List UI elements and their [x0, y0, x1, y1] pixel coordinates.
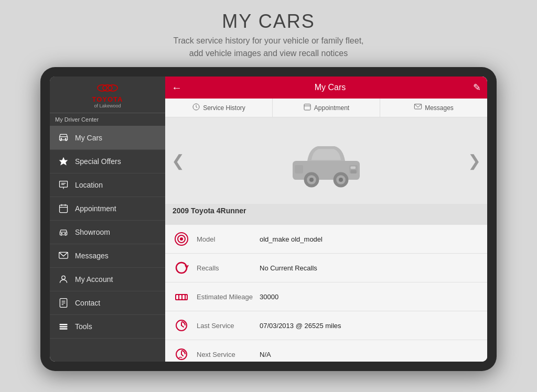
sidebar-icon-special-offers: [57, 155, 70, 168]
svg-rect-19: [60, 326, 68, 328]
sidebar-label-my-account: My Account: [75, 275, 113, 284]
sidebar-logo: TOYOTA of Lakewood: [50, 77, 165, 113]
sidebar-label-showroom: Showroom: [75, 228, 110, 236]
sidebar-item-contact[interactable]: Contact: [50, 291, 165, 315]
tab-icon-messages: [414, 103, 422, 113]
page-header: MY CARS Track service history for your v…: [0, 0, 537, 67]
svg-line-46: [181, 325, 184, 327]
sidebar-item-special-offers[interactable]: Special Offers: [50, 150, 165, 173]
sidebar-item-tools[interactable]: Tools: [50, 315, 165, 339]
sidebar-item-my-account[interactable]: My Account: [50, 268, 165, 291]
detail-row-last-service: Last Service 07/03/2013 @ 26525 miles: [165, 311, 487, 340]
back-button[interactable]: ←: [171, 82, 182, 94]
car-area: ❮: [165, 117, 487, 225]
tab-icon-service-history: [192, 103, 200, 113]
sidebar-label-messages: Messages: [75, 252, 109, 260]
detail-icon-mileage: [173, 288, 190, 306]
tab-bar: Service History Appointment Messages: [165, 99, 487, 117]
sidebar-item-appointment[interactable]: Appointment: [50, 197, 165, 221]
car-name: 2009 Toyota 4Runner: [165, 204, 487, 217]
topbar-title: My Cars: [187, 83, 473, 92]
sidebar-icon-location: [57, 179, 70, 191]
page-subtitle: Track service history for your vehicle o…: [0, 35, 537, 60]
detail-row-mileage: Estimated Mileage 30000: [165, 282, 487, 311]
svg-marker-3: [59, 157, 68, 166]
detail-label-last-service: Last Service: [197, 322, 260, 330]
svg-rect-42: [182, 295, 185, 299]
logo-sub: of Lakewood: [94, 103, 121, 108]
tablet-frame: TOYOTA of Lakewood My Driver Center My C…: [40, 67, 497, 371]
detail-icon-next-service: [173, 345, 190, 362]
tablet-screen: TOYOTA of Lakewood My Driver Center My C…: [50, 77, 487, 362]
sidebar-item-my-cars[interactable]: My Cars: [50, 126, 165, 150]
sidebar-icon-appointment: [57, 202, 70, 215]
tab-icon-appointment: [303, 103, 312, 113]
detail-row-next-service: Next Service N/A: [165, 340, 487, 362]
detail-row-recalls: Recalls No Current Recalls: [165, 254, 487, 282]
svg-point-1: [103, 85, 112, 91]
svg-rect-43: [186, 295, 187, 299]
sidebar-label-my-cars: My Cars: [75, 134, 102, 142]
sidebar-label-location: Location: [75, 181, 103, 189]
car-display: ❮: [165, 117, 487, 204]
svg-point-33: [339, 178, 343, 182]
svg-rect-40: [176, 295, 178, 299]
sidebar-label-contact: Contact: [75, 299, 100, 307]
tab-messages[interactable]: Messages: [380, 99, 487, 117]
svg-rect-20: [60, 328, 68, 330]
svg-rect-27: [295, 165, 303, 173]
toyota-logo: TOYOTA of Lakewood: [92, 83, 123, 108]
edit-button[interactable]: ✎: [473, 82, 481, 93]
sidebar-icon-tools: [57, 320, 70, 333]
sidebar-item-showroom[interactable]: Showroom: [50, 221, 165, 244]
detail-label-mileage: Estimated Mileage: [197, 293, 260, 301]
sidebar-icon-my-cars: [57, 132, 70, 144]
detail-label-next-service: Next Service: [197, 351, 260, 358]
detail-value-recalls: No Current Recalls: [260, 264, 317, 272]
svg-rect-4: [60, 181, 68, 188]
svg-point-30: [309, 178, 314, 182]
svg-line-49: [181, 354, 183, 356]
detail-icon-recalls: [173, 259, 190, 277]
main-content: ← My Cars ✎ Service History Appointment …: [165, 77, 487, 362]
detail-value-mileage: 30000: [260, 293, 278, 301]
tab-service-history[interactable]: Service History: [165, 99, 273, 117]
car-image: [284, 132, 368, 190]
svg-rect-18: [60, 324, 68, 325]
tab-label-messages: Messages: [425, 104, 454, 112]
svg-point-2: [108, 85, 117, 91]
svg-rect-8: [60, 205, 68, 212]
sidebar-nav: My Cars Special Offers Location Appointm…: [50, 126, 165, 362]
detail-value-model: old_make old_model: [260, 235, 323, 243]
top-bar: ← My Cars ✎: [165, 77, 487, 99]
next-car-button[interactable]: ❯: [468, 151, 481, 170]
sidebar-label-tools: Tools: [75, 322, 92, 331]
tab-label-appointment: Appointment: [314, 104, 349, 112]
detail-icon-last-service: [173, 317, 190, 334]
sidebar-label-special-offers: Special Offers: [75, 157, 121, 166]
tab-appointment[interactable]: Appointment: [273, 99, 380, 117]
page-title: MY CARS: [0, 10, 537, 32]
detail-icon-model: [173, 230, 190, 248]
detail-row-model: Model old_make old_model: [165, 225, 487, 254]
detail-label-model: Model: [197, 235, 260, 243]
detail-value-next-service: N/A: [260, 351, 271, 358]
svg-rect-34: [350, 166, 356, 169]
sidebar: TOYOTA of Lakewood My Driver Center My C…: [50, 77, 165, 362]
logo-text: TOYOTA: [92, 95, 123, 103]
tab-label-service-history: Service History: [203, 104, 245, 112]
svg-point-38: [180, 237, 183, 241]
sidebar-item-location[interactable]: Location: [50, 173, 165, 197]
driver-center-label: My Driver Center: [50, 113, 165, 126]
sidebar-icon-my-account: [57, 273, 70, 286]
detail-label-recalls: Recalls: [197, 264, 260, 272]
svg-point-0: [98, 85, 107, 91]
sidebar-label-appointment: Appointment: [75, 204, 116, 213]
sidebar-item-messages[interactable]: Messages: [50, 244, 165, 268]
detail-value-last-service: 07/03/2013 @ 26525 miles: [260, 322, 341, 330]
svg-rect-22: [304, 104, 310, 110]
sidebar-icon-messages: [57, 249, 70, 262]
svg-point-13: [62, 276, 66, 279]
prev-car-button[interactable]: ❮: [171, 151, 185, 170]
car-pointer-triangle: [320, 217, 332, 225]
